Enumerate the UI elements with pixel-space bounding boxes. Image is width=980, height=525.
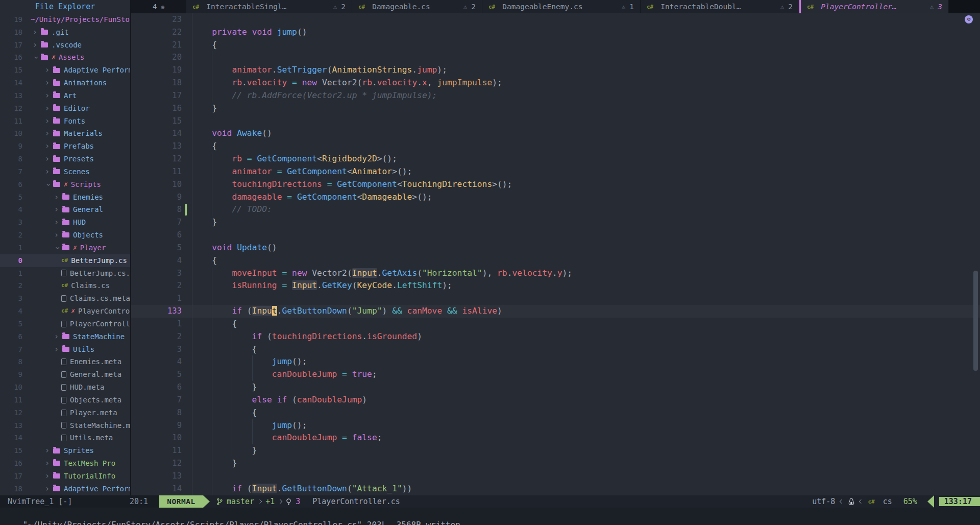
code-line[interactable]: 18rb.velocity = new Vector2(rb.velocity.… [131,77,980,89]
tree-row[interactable]: 15›Adaptive Performan [0,64,130,77]
chevron-right-icon[interactable]: › [54,343,60,356]
chevron-right-icon[interactable]: › [45,483,51,495]
code-line[interactable]: 14if (Input.GetButtonDown("Attack_1")) [131,483,980,495]
chevron-right-icon[interactable]: › [45,64,51,77]
tree-row[interactable]: 8Enemies.meta [0,355,130,368]
tree-row[interactable]: 16›TextMesh Pro [0,457,130,470]
code-line[interactable]: 8// TODO: [131,203,980,216]
code-line[interactable]: 14void Awake() [131,127,980,140]
tree-row[interactable]: 18›.git [0,26,130,39]
code-line[interactable]: 6 [131,229,980,242]
chevron-right-icon[interactable]: › [45,89,51,102]
code-line[interactable]: 12} [131,457,980,470]
code-line[interactable]: 17// rb.AddForce(Vector2.up * jumpImpuls… [131,89,980,102]
code-line[interactable]: 7else if (canDoubleJump) [131,394,980,407]
code-line[interactable]: 20 [131,51,980,64]
tree-row[interactable]: 11›Fonts [0,115,130,128]
tree-row[interactable]: 17›TutorialInfo [0,470,130,483]
chevron-right-icon[interactable]: › [45,77,51,89]
code-line[interactable]: 19animator.SetTrigger(AnimationStrings.j… [131,64,980,77]
chevron-right-icon[interactable]: › [45,165,51,178]
chevron-right-icon[interactable]: › [54,191,60,204]
code-line[interactable]: 5void Update() [131,242,980,254]
chevron-right-icon[interactable]: › [45,127,51,140]
chevron-right-icon[interactable]: › [45,115,51,128]
buffer-tab[interactable]: c#InteractableDoubl…⚠2 [641,0,799,13]
code-line[interactable]: 16} [131,102,980,115]
chevron-right-icon[interactable]: › [54,330,60,343]
buffer-tab-active[interactable]: c#PlayerController…⚠3 [799,0,949,13]
code-line[interactable]: 4jump(); [131,355,980,368]
code-line[interactable]: 8{ [131,407,980,419]
tree-row[interactable]: 15›Sprites [0,444,130,457]
chevron-right-icon[interactable]: › [33,39,39,52]
chevron-right-icon[interactable]: › [45,470,51,483]
chevron-right-icon[interactable]: › [54,216,60,229]
tree-row[interactable]: 5›Enemies [0,191,130,204]
scrollbar-thumb[interactable] [973,271,978,371]
code-line[interactable]: 2isRunning = Input.GetKey(KeyCode.LeftSh… [131,279,980,292]
tree-row[interactable]: 1BetterJump.cs. [0,267,130,280]
tree-row[interactable]: 8›Presets [0,153,130,165]
tree-row[interactable]: 6›✗Scripts [0,178,130,191]
tree-row[interactable]: 9›Prefabs [0,140,130,153]
code-line[interactable]: 133if (Input.GetButtonDown("Jump") && ca… [131,305,980,318]
code-line[interactable]: 1{ [131,318,980,330]
tree-row[interactable]: 10HUD.meta [0,381,130,394]
code-line[interactable]: 22private void jump() [131,26,980,39]
tree-row[interactable]: 17›.vscode [0,39,130,52]
code-line[interactable]: 6} [131,381,980,394]
chevron-right-icon[interactable]: › [45,444,51,457]
code-line[interactable]: 4{ [131,254,980,267]
tree-row[interactable]: 16›✗Assets [0,51,130,64]
code-line[interactable]: 2if (touchingDirections.isGrounded) [131,330,980,343]
chevron-right-icon[interactable]: › [54,203,60,216]
tree-row[interactable]: 14›Animations [0,77,130,89]
buffer-tab[interactable]: c#DamageableEnemy.cs⚠1 [482,0,641,13]
buffer-tab[interactable]: c#Damageable.cs⚠2 [352,0,482,13]
code-line[interactable]: 5canDoubleJump = true; [131,368,980,381]
code-line[interactable]: 10touchingDirections = GetComponent<Touc… [131,178,980,191]
tree-row-current[interactable]: 0c#BetterJump.cs [0,254,130,267]
chevron-right-icon[interactable]: › [33,26,39,39]
tree-row[interactable]: 13StateMachine.met [0,419,130,432]
gear-icon[interactable]: ⚙ [965,15,973,23]
tree-row[interactable]: 5PlayerControll [0,318,130,330]
tree-row[interactable]: 2›Objects [0,229,130,242]
tree-row[interactable]: 9General.meta [0,368,130,381]
chevron-right-icon[interactable]: › [45,102,51,115]
tree-row[interactable]: 7›Utils [0,343,130,356]
tree-row[interactable]: 18›Adaptive Performan [0,483,130,495]
tree-row[interactable]: 6›StateMachine [0,330,130,343]
tree-row[interactable]: 7›Scenes [0,165,130,178]
tree-row[interactable]: 4›General [0,203,130,216]
chevron-right-icon[interactable]: › [45,153,51,165]
code-line[interactable]: 9damageable = GetComponent<Damageable>()… [131,191,980,204]
code-line[interactable]: 12rb = GetComponent<Rigidbody2D>(); [131,153,980,165]
tree-row[interactable]: 10›Materials [0,127,130,140]
code-line[interactable]: 11} [131,444,980,457]
tree-row[interactable]: 12Player.meta [0,407,130,419]
tree-row[interactable]: 12›Editor [0,102,130,115]
buffer-tab[interactable]: c#InteractableSingl…⚠2 [186,0,352,13]
tree-row[interactable]: 3›HUD [0,216,130,229]
code-line[interactable]: 23 [131,13,980,26]
tree-row[interactable]: 2c#Claims.cs [0,279,130,292]
tree-row[interactable]: 13›Art [0,89,130,102]
code-line[interactable]: 11animator = GetComponent<Animator>(); [131,165,980,178]
tree-row[interactable]: 11Objects.meta [0,394,130,407]
chevron-right-icon[interactable]: › [54,229,60,242]
chevron-right-icon[interactable]: › [45,140,51,153]
code-line[interactable]: 13 [131,470,980,483]
tree-row[interactable]: 14Utils.meta [0,432,130,444]
code-line[interactable]: 21{ [131,39,980,52]
code-line[interactable]: 3{ [131,343,980,356]
tree-row[interactable]: 3Claims.cs.meta [0,292,130,305]
code-line[interactable]: 9jump(); [131,419,980,432]
code-area[interactable]: 2322private void jump()21{2019animator.S… [131,13,980,495]
tree-row[interactable]: 4c#✗PlayerContro [0,305,130,318]
code-line[interactable]: 15 [131,115,980,128]
code-line[interactable]: 13{ [131,140,980,153]
code-line[interactable]: 1 [131,292,980,305]
tree-row[interactable]: 1›✗Player [0,242,130,254]
